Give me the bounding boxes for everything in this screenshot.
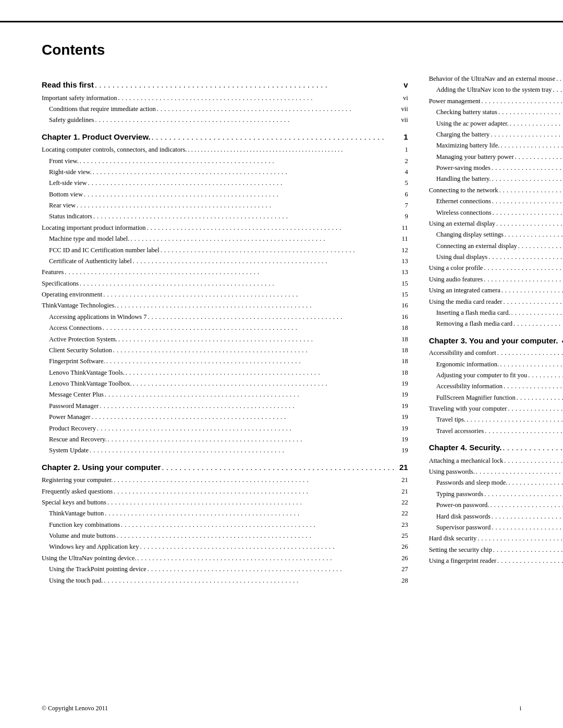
entry-label: Hard disk security <box>429 534 477 544</box>
dot-leader: . . . . . . . . . . . . . . . . . . . . … <box>497 107 563 118</box>
entry-label: Locating important product information <box>42 223 146 233</box>
page-num: 6 <box>396 190 408 200</box>
dot-leader: . . . . . . . . . . . . . . . . . . . . … <box>499 360 563 370</box>
dot-leader: . . . . . . . . . . . . . . . . . . . . … <box>501 442 563 454</box>
page-num: 19 <box>396 379 408 389</box>
page-num: 22 <box>396 509 408 519</box>
dot-leader: . . . . . . . . . . . . . . . . . . . . … <box>161 462 395 474</box>
left-column: Read this first . . . . . . . . . . . . … <box>42 74 408 587</box>
dot-leader: . . . . . . . . . . . . . . . . . . . . … <box>107 435 396 445</box>
entry-label: Locating computer controls, connectors, … <box>42 145 187 155</box>
page-num: 19 <box>396 446 408 455</box>
dot-leader: . . . . . . . . . . . . . . . . . . . . … <box>113 475 395 486</box>
page-num: vi <box>396 93 408 103</box>
entry-label: Function key combinations <box>42 520 120 530</box>
entry-label: Important safety information <box>42 93 117 103</box>
dot-leader: . . . . . . . . . . . . . . . . . . . . … <box>504 230 563 240</box>
dot-leader: . . . . . . . . . . . . . . . . . . . . … <box>102 323 396 334</box>
toc-item: Adding the UltraNav icon to the system t… <box>429 85 563 95</box>
entry-label: ThinkVantage Technologies. <box>42 301 116 311</box>
toc-item: Frequently asked questions . . . . . . .… <box>42 487 408 497</box>
entry-label: Managing your battery power <box>429 152 514 162</box>
entry-label: Passwords and sleep mode. <box>429 478 508 488</box>
entry-label: Maximizing battery life. <box>429 141 500 151</box>
dot-leader: . . . . . . . . . . . . . . . . . . . . … <box>491 174 563 184</box>
entry-label: ThinkVantage button <box>42 509 104 519</box>
toc-item: Inserting a flash media card. . . . . . … <box>429 308 563 318</box>
toc-item: Active Protection System. . . . . . . . … <box>42 335 408 345</box>
page-num: 18 <box>396 346 408 355</box>
dot-leader: . . . . . . . . . . . . . . . . . . . . … <box>491 512 563 522</box>
toc-item: Power-on password. . . . . . . . . . . .… <box>429 500 563 511</box>
toc-item: Chapter 2. Using your computer . . . . .… <box>42 462 408 474</box>
toc-item: Password Manager . . . . . . . . . . . .… <box>42 401 408 412</box>
entry-label: Ethernet connections <box>429 196 491 206</box>
toc-item: Ethernet connections . . . . . . . . . .… <box>429 196 563 207</box>
toc-item: Power-saving modes . . . . . . . . . . .… <box>429 163 563 174</box>
toc-item: Accessing applications in Windows 7 . . … <box>42 312 408 323</box>
toc-item: Status indicators . . . . . . . . . . . … <box>42 212 408 222</box>
entry-label: Hard disk passwords <box>429 512 491 522</box>
page-num: 19 <box>396 390 408 400</box>
right-column: Behavior of the UltraNav and an external… <box>429 74 563 587</box>
toc-item: FCC ID and IC Certification number label… <box>42 245 408 256</box>
entry-label: Certificate of Authenticity label <box>42 256 132 266</box>
entry-label: Features <box>42 267 64 277</box>
dot-leader: . . . . . . . . . . . . . . . . . . . . … <box>129 234 395 244</box>
toc-item: Certificate of Authenticity label . . . … <box>42 256 408 267</box>
entry-label: Active Protection System. <box>42 335 117 344</box>
toc-item: Using a color profile . . . . . . . . . … <box>429 263 563 274</box>
top-rule <box>0 21 563 22</box>
toc-item: Safety guidelines . . . . . . . . . . . … <box>42 115 408 126</box>
dot-leader: . . . . . . . . . . . . . . . . . . . . … <box>466 415 563 425</box>
page-num: 25 <box>396 531 408 541</box>
toc-item: Chapter 1. Product Overview. . . . . . .… <box>42 131 408 144</box>
entry-label: Connecting an external display <box>429 241 517 251</box>
toc-item: Power management . . . . . . . . . . . .… <box>429 96 563 107</box>
dot-leader: . . . . . . . . . . . . . . . . . . . . … <box>476 534 563 544</box>
dot-leader: . . . . . . . . . . . . . . . . . . . . … <box>104 509 395 519</box>
toc-columns: Read this first . . . . . . . . . . . . … <box>42 74 521 587</box>
toc-item: Wireless connections . . . . . . . . . .… <box>429 208 563 218</box>
dot-leader: . . . . . . . . . . . . . . . . . . . . … <box>552 85 563 95</box>
entry-label: Safety guidelines <box>42 115 94 125</box>
dot-leader: . . . . . . . . . . . . . . . . . . . . … <box>112 346 396 356</box>
entry-label: Power-on password. <box>429 500 489 510</box>
toc-item: Adjusting your computer to fit you . . .… <box>429 371 563 381</box>
page-title: Contents <box>42 42 521 58</box>
toc-item: Message Center Plus . . . . . . . . . . … <box>42 390 408 400</box>
dot-leader: . . . . . . . . . . . . . . . . . . . . … <box>106 498 396 508</box>
toc-item: Lenovo ThinkVantage Tools. . . . . . . .… <box>42 368 408 378</box>
page-num: 5 <box>396 178 408 188</box>
toc-item: Travel tips. . . . . . . . . . . . . . .… <box>429 415 563 425</box>
entry-label: Checking battery status <box>429 107 497 117</box>
dot-leader: . . . . . . . . . . . . . . . . . . . . … <box>76 201 396 211</box>
page: Contents Read this first . . . . . . . .… <box>0 0 563 728</box>
entry-label: Using passwords. <box>429 467 475 477</box>
page-num: 11 <box>396 223 408 233</box>
toc-item: Using an integrated camera . . . . . . .… <box>429 286 563 296</box>
toc-item: ThinkVantage Technologies. . . . . . . .… <box>42 301 408 311</box>
entry-label: Front view. <box>42 156 79 166</box>
dot-leader: . . . . . . . . . . . . . . . . . . . . … <box>503 456 563 466</box>
entry-label: Removing a flash media card <box>429 319 512 329</box>
page-num: 16 <box>396 301 408 311</box>
entry-label: Right-side view. <box>42 167 92 177</box>
page-num: 26 <box>396 553 408 563</box>
toc-item: Windows key and Application key . . . . … <box>42 542 408 552</box>
entry-label: Frequently asked questions <box>42 487 113 497</box>
toc-item: Access Connections . . . . . . . . . . .… <box>42 323 408 334</box>
page-num: 21 <box>396 462 408 474</box>
entry-label: Using audio features <box>429 275 483 285</box>
toc-item: Locating computer controls, connectors, … <box>42 145 408 155</box>
dot-leader: . . . . . . . . . . . . . . . . . . . . … <box>105 356 396 367</box>
entry-label: Typing passwords <box>429 489 483 499</box>
toc-item: Changing display settings . . . . . . . … <box>429 230 563 240</box>
entry-label: Conditions that require immediate action <box>42 104 156 114</box>
toc-item: Hard disk passwords . . . . . . . . . . … <box>429 512 563 522</box>
page-num: 23 <box>396 520 408 530</box>
entry-label: Connecting to the network <box>429 186 498 195</box>
toc-item: Function key combinations . . . . . . . … <box>42 520 408 530</box>
toc-item: Using audio features . . . . . . . . . .… <box>429 275 563 285</box>
page-num: 15 <box>396 290 408 300</box>
